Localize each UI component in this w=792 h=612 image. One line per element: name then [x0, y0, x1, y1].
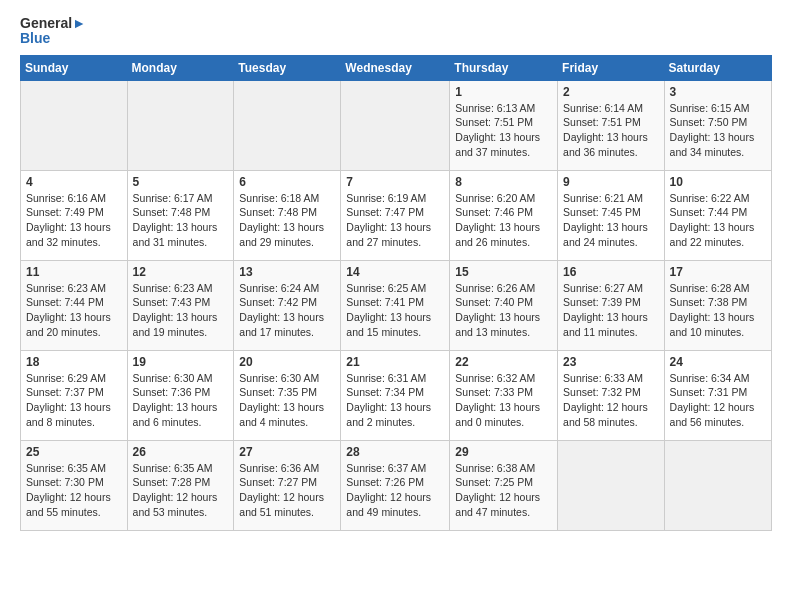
day-number: 5 — [133, 175, 229, 189]
day-detail: Sunrise: 6:14 AMSunset: 7:51 PMDaylight:… — [563, 101, 659, 160]
day-number: 9 — [563, 175, 659, 189]
day-number: 26 — [133, 445, 229, 459]
day-number: 19 — [133, 355, 229, 369]
calendar-cell: 7Sunrise: 6:19 AMSunset: 7:47 PMDaylight… — [341, 170, 450, 260]
calendar-cell: 1Sunrise: 6:13 AMSunset: 7:51 PMDaylight… — [450, 80, 558, 170]
day-number: 1 — [455, 85, 552, 99]
day-detail: Sunrise: 6:32 AMSunset: 7:33 PMDaylight:… — [455, 371, 552, 430]
calendar-cell — [21, 80, 128, 170]
calendar-cell — [558, 440, 665, 530]
day-detail: Sunrise: 6:35 AMSunset: 7:28 PMDaylight:… — [133, 461, 229, 520]
day-number: 6 — [239, 175, 335, 189]
day-detail: Sunrise: 6:20 AMSunset: 7:46 PMDaylight:… — [455, 191, 552, 250]
calendar-cell: 24Sunrise: 6:34 AMSunset: 7:31 PMDayligh… — [664, 350, 771, 440]
day-detail: Sunrise: 6:28 AMSunset: 7:38 PMDaylight:… — [670, 281, 766, 340]
day-detail: Sunrise: 6:19 AMSunset: 7:47 PMDaylight:… — [346, 191, 444, 250]
day-detail: Sunrise: 6:13 AMSunset: 7:51 PMDaylight:… — [455, 101, 552, 160]
day-detail: Sunrise: 6:36 AMSunset: 7:27 PMDaylight:… — [239, 461, 335, 520]
day-detail: Sunrise: 6:21 AMSunset: 7:45 PMDaylight:… — [563, 191, 659, 250]
day-number: 2 — [563, 85, 659, 99]
day-number: 17 — [670, 265, 766, 279]
calendar-cell: 11Sunrise: 6:23 AMSunset: 7:44 PMDayligh… — [21, 260, 128, 350]
calendar-cell: 25Sunrise: 6:35 AMSunset: 7:30 PMDayligh… — [21, 440, 128, 530]
day-number: 18 — [26, 355, 122, 369]
day-detail: Sunrise: 6:30 AMSunset: 7:35 PMDaylight:… — [239, 371, 335, 430]
day-detail: Sunrise: 6:29 AMSunset: 7:37 PMDaylight:… — [26, 371, 122, 430]
day-number: 3 — [670, 85, 766, 99]
calendar-cell — [341, 80, 450, 170]
calendar-cell: 22Sunrise: 6:32 AMSunset: 7:33 PMDayligh… — [450, 350, 558, 440]
calendar-cell: 9Sunrise: 6:21 AMSunset: 7:45 PMDaylight… — [558, 170, 665, 260]
day-number: 25 — [26, 445, 122, 459]
day-number: 21 — [346, 355, 444, 369]
calendar-cell: 16Sunrise: 6:27 AMSunset: 7:39 PMDayligh… — [558, 260, 665, 350]
day-number: 8 — [455, 175, 552, 189]
calendar-cell: 10Sunrise: 6:22 AMSunset: 7:44 PMDayligh… — [664, 170, 771, 260]
calendar-cell: 26Sunrise: 6:35 AMSunset: 7:28 PMDayligh… — [127, 440, 234, 530]
column-header-friday: Friday — [558, 55, 665, 80]
calendar-cell — [664, 440, 771, 530]
day-number: 13 — [239, 265, 335, 279]
calendar-week-row: 18Sunrise: 6:29 AMSunset: 7:37 PMDayligh… — [21, 350, 772, 440]
column-header-thursday: Thursday — [450, 55, 558, 80]
day-detail: Sunrise: 6:22 AMSunset: 7:44 PMDaylight:… — [670, 191, 766, 250]
calendar-cell: 19Sunrise: 6:30 AMSunset: 7:36 PMDayligh… — [127, 350, 234, 440]
calendar-cell: 2Sunrise: 6:14 AMSunset: 7:51 PMDaylight… — [558, 80, 665, 170]
calendar-cell: 13Sunrise: 6:24 AMSunset: 7:42 PMDayligh… — [234, 260, 341, 350]
day-detail: Sunrise: 6:33 AMSunset: 7:32 PMDaylight:… — [563, 371, 659, 430]
day-number: 20 — [239, 355, 335, 369]
calendar-header-row: SundayMondayTuesdayWednesdayThursdayFrid… — [21, 55, 772, 80]
day-detail: Sunrise: 6:25 AMSunset: 7:41 PMDaylight:… — [346, 281, 444, 340]
calendar-week-row: 11Sunrise: 6:23 AMSunset: 7:44 PMDayligh… — [21, 260, 772, 350]
day-detail: Sunrise: 6:37 AMSunset: 7:26 PMDaylight:… — [346, 461, 444, 520]
day-number: 28 — [346, 445, 444, 459]
header: General► Blue — [20, 16, 772, 47]
day-detail: Sunrise: 6:17 AMSunset: 7:48 PMDaylight:… — [133, 191, 229, 250]
calendar-cell: 17Sunrise: 6:28 AMSunset: 7:38 PMDayligh… — [664, 260, 771, 350]
column-header-sunday: Sunday — [21, 55, 128, 80]
day-detail: Sunrise: 6:30 AMSunset: 7:36 PMDaylight:… — [133, 371, 229, 430]
day-detail: Sunrise: 6:15 AMSunset: 7:50 PMDaylight:… — [670, 101, 766, 160]
calendar-cell: 14Sunrise: 6:25 AMSunset: 7:41 PMDayligh… — [341, 260, 450, 350]
calendar-cell: 8Sunrise: 6:20 AMSunset: 7:46 PMDaylight… — [450, 170, 558, 260]
day-detail: Sunrise: 6:16 AMSunset: 7:49 PMDaylight:… — [26, 191, 122, 250]
calendar-cell: 3Sunrise: 6:15 AMSunset: 7:50 PMDaylight… — [664, 80, 771, 170]
day-number: 11 — [26, 265, 122, 279]
day-number: 12 — [133, 265, 229, 279]
calendar-cell: 6Sunrise: 6:18 AMSunset: 7:48 PMDaylight… — [234, 170, 341, 260]
day-detail: Sunrise: 6:35 AMSunset: 7:30 PMDaylight:… — [26, 461, 122, 520]
day-detail: Sunrise: 6:26 AMSunset: 7:40 PMDaylight:… — [455, 281, 552, 340]
day-number: 7 — [346, 175, 444, 189]
day-detail: Sunrise: 6:31 AMSunset: 7:34 PMDaylight:… — [346, 371, 444, 430]
calendar-cell: 20Sunrise: 6:30 AMSunset: 7:35 PMDayligh… — [234, 350, 341, 440]
day-detail: Sunrise: 6:23 AMSunset: 7:44 PMDaylight:… — [26, 281, 122, 340]
day-number: 23 — [563, 355, 659, 369]
column-header-saturday: Saturday — [664, 55, 771, 80]
calendar-cell: 5Sunrise: 6:17 AMSunset: 7:48 PMDaylight… — [127, 170, 234, 260]
day-detail: Sunrise: 6:38 AMSunset: 7:25 PMDaylight:… — [455, 461, 552, 520]
calendar-cell — [234, 80, 341, 170]
calendar-cell: 15Sunrise: 6:26 AMSunset: 7:40 PMDayligh… — [450, 260, 558, 350]
day-number: 29 — [455, 445, 552, 459]
calendar: SundayMondayTuesdayWednesdayThursdayFrid… — [20, 55, 772, 531]
column-header-monday: Monday — [127, 55, 234, 80]
day-detail: Sunrise: 6:24 AMSunset: 7:42 PMDaylight:… — [239, 281, 335, 340]
calendar-cell: 27Sunrise: 6:36 AMSunset: 7:27 PMDayligh… — [234, 440, 341, 530]
day-detail: Sunrise: 6:18 AMSunset: 7:48 PMDaylight:… — [239, 191, 335, 250]
day-detail: Sunrise: 6:27 AMSunset: 7:39 PMDaylight:… — [563, 281, 659, 340]
calendar-cell: 28Sunrise: 6:37 AMSunset: 7:26 PMDayligh… — [341, 440, 450, 530]
day-detail: Sunrise: 6:34 AMSunset: 7:31 PMDaylight:… — [670, 371, 766, 430]
calendar-week-row: 1Sunrise: 6:13 AMSunset: 7:51 PMDaylight… — [21, 80, 772, 170]
day-detail: Sunrise: 6:23 AMSunset: 7:43 PMDaylight:… — [133, 281, 229, 340]
day-number: 16 — [563, 265, 659, 279]
calendar-cell: 29Sunrise: 6:38 AMSunset: 7:25 PMDayligh… — [450, 440, 558, 530]
day-number: 4 — [26, 175, 122, 189]
calendar-cell: 21Sunrise: 6:31 AMSunset: 7:34 PMDayligh… — [341, 350, 450, 440]
logo: General► Blue — [20, 16, 86, 47]
day-number: 27 — [239, 445, 335, 459]
calendar-cell: 4Sunrise: 6:16 AMSunset: 7:49 PMDaylight… — [21, 170, 128, 260]
column-header-wednesday: Wednesday — [341, 55, 450, 80]
calendar-week-row: 25Sunrise: 6:35 AMSunset: 7:30 PMDayligh… — [21, 440, 772, 530]
day-number: 14 — [346, 265, 444, 279]
calendar-cell: 12Sunrise: 6:23 AMSunset: 7:43 PMDayligh… — [127, 260, 234, 350]
